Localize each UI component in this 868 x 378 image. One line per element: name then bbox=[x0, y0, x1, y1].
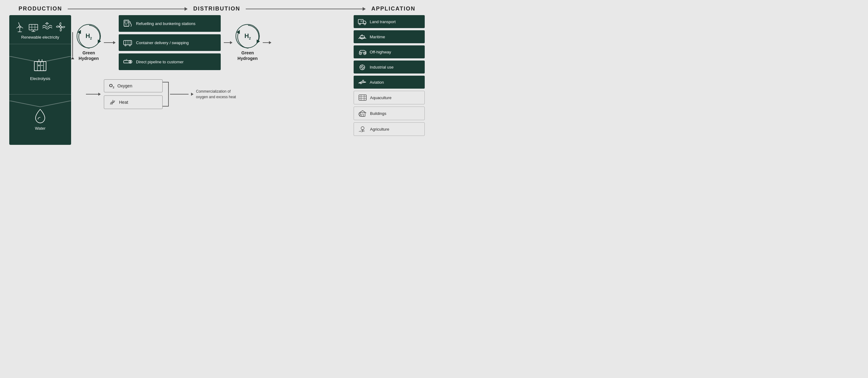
dist-to-h2-right-arrow bbox=[224, 41, 232, 44]
app-buildings: Buildings bbox=[353, 107, 425, 120]
svg-line-56 bbox=[361, 66, 362, 67]
app-aquaculture: Aquaculture bbox=[353, 91, 425, 104]
svg-line-1 bbox=[19, 23, 20, 26]
svg-point-68 bbox=[361, 127, 364, 130]
byproduct-arrow bbox=[86, 93, 101, 96]
dist-boxes: H₂ Refuelling and bunkering stations bbox=[119, 15, 221, 70]
byproduct-boxes: O2 Oxygen Heat bbox=[104, 79, 163, 109]
hydro-icon bbox=[41, 21, 53, 32]
app-aviation: Aviation bbox=[353, 76, 425, 89]
offhighway-icon bbox=[358, 48, 367, 55]
dist-box-refuelling-label: Refuelling and bunkering stations bbox=[136, 21, 195, 26]
comm-line bbox=[170, 94, 189, 95]
app-agriculture: Agriculture bbox=[353, 122, 425, 136]
app-offhighway: Off-highway bbox=[353, 45, 425, 58]
svg-point-13 bbox=[60, 26, 62, 28]
byproduct-row: O2 Oxygen Heat bbox=[86, 79, 351, 109]
heat-icon bbox=[109, 99, 116, 106]
dist-box-container: Container delivery / swapping bbox=[119, 34, 221, 51]
maritime-label: Maritime bbox=[370, 35, 385, 39]
application-col: Land transport Maritime bbox=[353, 15, 425, 136]
commercialize-block: Commercialization of oxygen and excess h… bbox=[170, 89, 236, 100]
h2-left-circle: H2 bbox=[77, 24, 101, 48]
buildings-label: Buildings bbox=[370, 111, 386, 116]
electrolysis-section: Electrolysis bbox=[9, 44, 71, 95]
svg-rect-59 bbox=[359, 95, 366, 100]
h2-right-block: H2 bbox=[236, 24, 260, 61]
main-container: PRODUCTION DISTRIBUTION APPLICATION bbox=[0, 0, 434, 189]
content-area: Renewable electricity bbox=[0, 15, 434, 179]
svg-point-48 bbox=[360, 53, 361, 54]
aquaculture-icon bbox=[358, 94, 367, 101]
bracket bbox=[163, 82, 169, 107]
svg-text:H₂: H₂ bbox=[125, 24, 127, 25]
h2-circle-arrows bbox=[75, 23, 103, 50]
h2-left-label: GreenHydrogen bbox=[79, 50, 99, 61]
dist-box-pipeline-label: Direct pipeline to customer bbox=[136, 60, 184, 64]
prod-to-dist-arrow bbox=[68, 7, 188, 11]
h2-right-label: GreenHydrogen bbox=[238, 50, 257, 61]
svg-rect-65 bbox=[362, 114, 364, 116]
svg-line-57 bbox=[363, 68, 364, 69]
oxygen-box: O2 Oxygen bbox=[104, 79, 163, 92]
water-icon bbox=[32, 107, 48, 124]
renewable-section: Renewable electricity bbox=[9, 15, 71, 44]
svg-rect-24 bbox=[125, 21, 128, 23]
aquaculture-label: Aquaculture bbox=[370, 96, 391, 100]
aviation-label: Aviation bbox=[370, 80, 384, 84]
prod-h2-arrow bbox=[71, 15, 74, 59]
ship-icon bbox=[358, 33, 367, 40]
fan-icon bbox=[55, 21, 66, 32]
v-line-1 bbox=[72, 32, 73, 57]
oxygen-symbol: O2 bbox=[109, 83, 114, 89]
byproduct-stack: O2 Oxygen Heat bbox=[104, 79, 236, 109]
production-panel: Renewable electricity bbox=[9, 15, 71, 145]
solar-icon bbox=[28, 21, 39, 32]
chevron2 bbox=[9, 101, 71, 109]
land-transport-label: Land transport bbox=[370, 20, 396, 24]
industrial-icon bbox=[358, 64, 367, 70]
h2-right-circle-arrows bbox=[234, 23, 262, 50]
production-title: PRODUCTION bbox=[19, 6, 62, 12]
truck-icon bbox=[358, 18, 367, 25]
application-title: APPLICATION bbox=[371, 6, 415, 12]
app-industrial: Industrial use bbox=[353, 61, 425, 73]
renewable-label: Renewable electricity bbox=[21, 35, 59, 39]
offhighway-label: Off-highway bbox=[370, 50, 391, 54]
h2-right-circle: H2 bbox=[236, 24, 260, 48]
chevron1 bbox=[9, 56, 71, 65]
station-icon: H₂ bbox=[123, 19, 132, 28]
dist-box-pipeline: Direct pipeline to customer bbox=[119, 54, 221, 70]
renewable-icons bbox=[14, 21, 66, 32]
pipeline-icon bbox=[123, 57, 132, 66]
svg-point-51 bbox=[361, 66, 363, 68]
agriculture-icon bbox=[358, 126, 367, 133]
comm-arrowhead bbox=[191, 93, 193, 96]
h2-to-dist-arrow bbox=[104, 41, 116, 44]
app-maritime: Maritime bbox=[353, 30, 425, 43]
dist-box-container-label: Container delivery / swapping bbox=[136, 40, 189, 45]
svg-rect-27 bbox=[124, 40, 132, 45]
h2-left-block: H2 bbox=[77, 24, 101, 61]
plane-icon bbox=[358, 79, 367, 85]
dist-box-refuelling: H₂ Refuelling and bunkering stations bbox=[119, 15, 221, 32]
oxygen-label: Oxygen bbox=[118, 83, 132, 88]
distribution-title: DISTRIBUTION bbox=[193, 6, 240, 12]
h2-right-to-app-arrow bbox=[263, 41, 271, 44]
heat-label: Heat bbox=[119, 100, 128, 105]
heat-box: Heat bbox=[104, 96, 163, 109]
wind-icon bbox=[14, 21, 25, 32]
distribution-col: H2 bbox=[74, 15, 353, 109]
app-land-transport: Land transport bbox=[353, 15, 425, 28]
buildings-icon bbox=[358, 110, 367, 117]
header-row: PRODUCTION DISTRIBUTION APPLICATION bbox=[0, 0, 434, 15]
industrial-label: Industrial use bbox=[370, 65, 394, 69]
svg-point-45 bbox=[359, 52, 362, 55]
agriculture-label: Agriculture bbox=[370, 127, 389, 132]
water-label: Water bbox=[35, 126, 45, 131]
svg-rect-64 bbox=[360, 112, 365, 116]
up-arrowhead bbox=[71, 57, 74, 59]
dist-top-row: H2 bbox=[77, 15, 351, 70]
container-icon bbox=[123, 38, 132, 47]
dist-to-app-arrow bbox=[246, 7, 366, 11]
